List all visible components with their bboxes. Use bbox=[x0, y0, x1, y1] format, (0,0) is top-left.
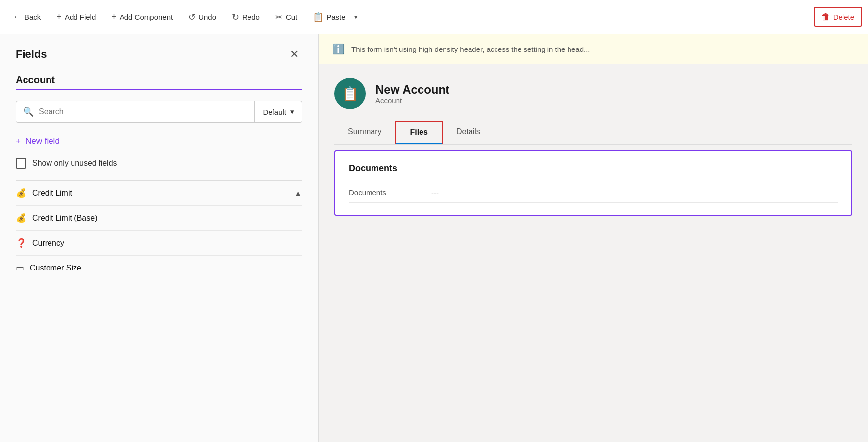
close-icon: ✕ bbox=[290, 48, 298, 60]
field-item-customer-size[interactable]: ▭ Customer Size bbox=[16, 255, 302, 280]
info-icon: ℹ️ bbox=[332, 43, 345, 55]
undo-button[interactable]: ↺ Undo bbox=[181, 8, 223, 26]
credit-limit-base-icon: 💰 bbox=[16, 213, 26, 223]
documents-section-title: Documents bbox=[349, 163, 838, 173]
sidebar-close-button[interactable]: ✕ bbox=[286, 46, 302, 63]
field-name: Credit Limit bbox=[32, 189, 72, 197]
search-input[interactable] bbox=[39, 107, 248, 116]
field-item-currency[interactable]: ❓ Currency bbox=[16, 230, 302, 255]
plus-icon: + bbox=[16, 136, 21, 146]
doc-value: --- bbox=[431, 188, 439, 196]
back-button[interactable]: ← Back bbox=[6, 8, 48, 26]
form-area: 📋 New Account Account Summary Files Deta… bbox=[319, 64, 868, 442]
field-list: 💰 Credit Limit ▲ 💰 Credit Limit (Base) ❓… bbox=[16, 180, 302, 430]
show-unused-label: Show only unused fields bbox=[32, 159, 117, 168]
show-unused-checkbox[interactable] bbox=[16, 158, 26, 169]
add-field-button[interactable]: + Add Field bbox=[50, 8, 102, 26]
toolbar: ← Back + Add Field + Add Component ↺ Und… bbox=[0, 0, 868, 34]
show-unused-row: Show only unused fields bbox=[16, 158, 302, 169]
account-tab[interactable]: Account bbox=[16, 74, 302, 90]
field-name: Currency bbox=[32, 239, 64, 247]
cut-icon: ✂ bbox=[275, 12, 283, 23]
avatar-icon: 📋 bbox=[342, 86, 359, 102]
documents-section: Documents Documents --- bbox=[334, 150, 852, 216]
record-avatar: 📋 bbox=[334, 78, 366, 109]
add-component-icon: + bbox=[111, 12, 117, 22]
tab-files[interactable]: Files bbox=[395, 121, 442, 144]
search-row: 🔍 Default ▾ bbox=[16, 101, 302, 123]
field-name: Credit Limit (Base) bbox=[32, 214, 97, 222]
record-type: Account bbox=[375, 97, 449, 105]
paste-dropdown-arrow[interactable]: ▾ bbox=[354, 13, 358, 21]
tabs-row: Summary Files Details bbox=[334, 121, 852, 145]
main-layout: Fields ✕ Account 🔍 Default ▾ + New field… bbox=[0, 34, 868, 442]
search-input-wrap: 🔍 bbox=[16, 101, 254, 122]
field-item-credit-limit[interactable]: 💰 Credit Limit ▲ bbox=[16, 180, 302, 205]
currency-icon: ❓ bbox=[16, 238, 26, 248]
redo-icon: ↻ bbox=[232, 12, 239, 23]
collapse-button[interactable]: ▲ bbox=[294, 188, 302, 198]
new-field-button[interactable]: + New field bbox=[16, 133, 302, 149]
sidebar-title: Fields bbox=[16, 48, 47, 61]
add-component-button[interactable]: + Add Component bbox=[104, 8, 179, 26]
doc-row: Documents --- bbox=[349, 182, 838, 203]
delete-icon: 🗑 bbox=[821, 12, 830, 22]
undo-icon: ↺ bbox=[188, 12, 196, 23]
sidebar-panel: Fields ✕ Account 🔍 Default ▾ + New field… bbox=[0, 34, 319, 442]
record-name: New Account bbox=[375, 83, 449, 97]
tab-details[interactable]: Details bbox=[443, 122, 494, 144]
record-header: 📋 New Account Account bbox=[334, 78, 852, 109]
field-name: Customer Size bbox=[30, 264, 81, 272]
paste-icon: 📋 bbox=[313, 12, 323, 23]
search-icon: 🔍 bbox=[23, 106, 34, 117]
redo-button[interactable]: ↻ Redo bbox=[225, 8, 267, 26]
content-area: ℹ️ This form isn't using high density he… bbox=[319, 34, 868, 442]
cut-button[interactable]: ✂ Cut bbox=[269, 8, 304, 26]
tab-summary[interactable]: Summary bbox=[334, 122, 395, 144]
doc-label: Documents bbox=[349, 188, 408, 196]
back-icon: ← bbox=[13, 12, 22, 22]
banner-text: This form isn't using high density heade… bbox=[351, 45, 590, 53]
paste-button[interactable]: 📋 Paste bbox=[306, 8, 352, 26]
default-dropdown-button[interactable]: Default ▾ bbox=[255, 101, 302, 122]
record-info: New Account Account bbox=[375, 83, 449, 105]
delete-button[interactable]: 🗑 Delete bbox=[814, 7, 862, 27]
dropdown-arrow-icon: ▾ bbox=[290, 107, 294, 116]
field-item-credit-limit-base[interactable]: 💰 Credit Limit (Base) bbox=[16, 205, 302, 230]
add-field-icon: + bbox=[56, 12, 62, 22]
info-banner: ℹ️ This form isn't using high density he… bbox=[319, 34, 868, 64]
credit-limit-icon: 💰 bbox=[16, 188, 26, 198]
customer-size-icon: ▭ bbox=[16, 263, 24, 273]
sidebar-header: Fields ✕ bbox=[16, 46, 302, 63]
toolbar-divider bbox=[363, 8, 363, 26]
